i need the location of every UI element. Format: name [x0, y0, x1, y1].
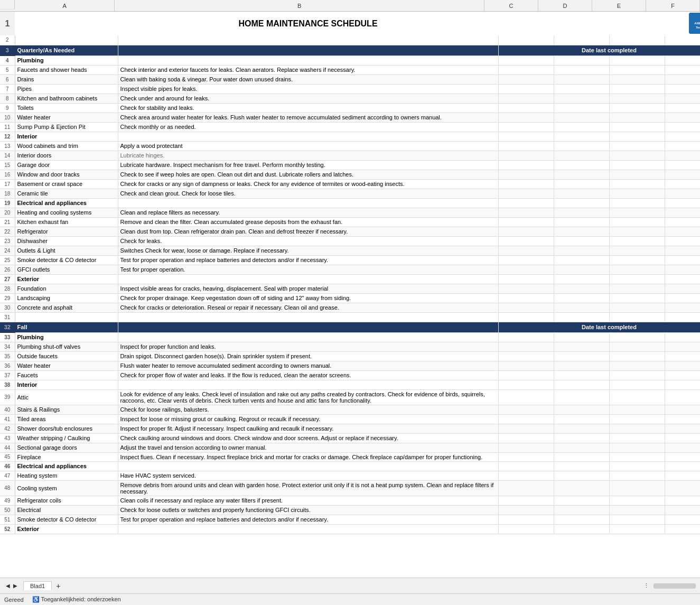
cell: [554, 246, 609, 255]
cell: [498, 255, 554, 265]
cell: [609, 332, 665, 342]
cell: [554, 303, 609, 312]
row-num: 38: [0, 380, 15, 389]
cell: [498, 471, 554, 480]
row-num: 18: [0, 189, 15, 198]
item-desc: Clean dust from top. Clean refrigerator …: [118, 227, 498, 236]
row-num: 26: [0, 265, 15, 274]
table-row: 22 Refrigerator Clean dust from top. Cle…: [0, 227, 700, 236]
cell: [554, 274, 609, 284]
cell: [609, 208, 665, 217]
cell: [665, 217, 700, 227]
cell: [498, 443, 554, 452]
cell: [609, 255, 665, 265]
title-cell-a: [15, 12, 118, 35]
table-row: 31: [0, 312, 700, 322]
item-desc: Test for proper operation and replace ba…: [118, 515, 498, 524]
cell: [609, 452, 665, 461]
table-row: 50 Electrical Check for loose outlets or…: [0, 505, 700, 515]
cell: [665, 179, 700, 189]
cell: [665, 380, 700, 389]
item-label: Ceramic tile: [15, 189, 118, 198]
cell: [554, 471, 609, 480]
row-num: 36: [0, 361, 15, 370]
cell: [554, 84, 609, 94]
item-desc: Check for proper flow of water and leaks…: [118, 370, 498, 380]
cell: [118, 198, 498, 208]
tab-prev-button[interactable]: ◀: [4, 583, 12, 589]
title-cell-b: HOME MAINTENANCE SCHEDULE: [118, 12, 498, 35]
sheet-tab-blad1[interactable]: Blad1: [23, 581, 52, 590]
cell: [609, 414, 665, 424]
cell: [554, 370, 609, 380]
tab-navigation[interactable]: ◀ ▶: [4, 583, 19, 589]
item-label: Shower doors/tub enclosures: [15, 424, 118, 433]
row-num: 17: [0, 179, 15, 189]
table-row: 5 Faucets and shower heads Check interio…: [0, 65, 700, 75]
item-label: Electrical: [15, 505, 118, 515]
cell: [609, 524, 665, 534]
cell: [554, 55, 609, 65]
cell: [554, 122, 609, 132]
cell: [498, 179, 554, 189]
cell: [665, 208, 700, 217]
cell: [665, 312, 700, 322]
row-num: 50: [0, 505, 15, 515]
cell: [118, 380, 498, 389]
table-row: 49 Refrigerator coils Clean coils if nec…: [0, 496, 700, 505]
cell: [554, 405, 609, 414]
cell: [554, 132, 609, 141]
item-label: Outlets & Light: [15, 246, 118, 255]
cell: [498, 524, 554, 534]
row-num: 21: [0, 217, 15, 227]
table-row: 41 Tiled areas Inspect for loose or miss…: [0, 414, 700, 424]
item-desc: Flush water heater to remove accumulated…: [118, 361, 498, 370]
cell: [554, 236, 609, 246]
cell: [665, 342, 700, 351]
cell: [609, 122, 665, 132]
table-row: 45 Fireplace Inspect flues. Clean if nec…: [0, 452, 700, 461]
horizontal-scrollbar[interactable]: [654, 583, 696, 589]
cell: [609, 55, 665, 65]
cell: [554, 208, 609, 217]
cell: [498, 284, 554, 293]
cell: [665, 471, 700, 480]
item-desc: Remove debris from around units and clea…: [118, 480, 498, 496]
accessibility-icon: ♿: [32, 596, 40, 602]
cell: [498, 170, 554, 179]
item-label: Faucets and shower heads: [15, 65, 118, 75]
cell: [498, 35, 554, 45]
cell: [554, 293, 609, 303]
cell: [609, 389, 665, 405]
tab-next-button[interactable]: ▶: [12, 583, 19, 589]
item-desc: Inspect for loose or missing grout or ca…: [118, 414, 498, 424]
add-sheet-button[interactable]: +: [54, 582, 62, 590]
table-row: 52 Exterior: [0, 524, 700, 534]
cell: [665, 160, 700, 170]
category-exterior: Exterior: [15, 274, 118, 284]
cell: [554, 505, 609, 515]
cell: [118, 132, 498, 141]
cell: [665, 75, 700, 84]
cell: [554, 312, 609, 322]
cell: [665, 480, 700, 496]
cell: [665, 505, 700, 515]
cell: [665, 370, 700, 380]
item-desc: Check monthly or as needed.: [118, 122, 498, 132]
table-row: 10 Water heater Check area around water …: [0, 113, 700, 122]
section-header-fall: 32 Fall Date last completed: [0, 322, 700, 332]
table-row: 37 Faucets Check for proper flow of wate…: [0, 370, 700, 380]
cell: [554, 332, 609, 342]
item-label: Basement or crawl space: [15, 179, 118, 189]
row-num: 35: [0, 351, 15, 361]
row-num: 42: [0, 424, 15, 433]
item-desc: Lubricate hinges.: [118, 151, 498, 160]
cell: [498, 189, 554, 198]
cell: [609, 35, 665, 45]
item-label: Heating system: [15, 471, 118, 480]
item-desc: Clean and replace filters as necessary.: [118, 208, 498, 217]
scroll-left-icon[interactable]: ⋮: [643, 582, 649, 589]
category-electrical: Electrical and appliances: [15, 198, 118, 208]
item-desc: Check for stability and leaks.: [118, 103, 498, 113]
item-label: Water heater: [15, 361, 118, 370]
